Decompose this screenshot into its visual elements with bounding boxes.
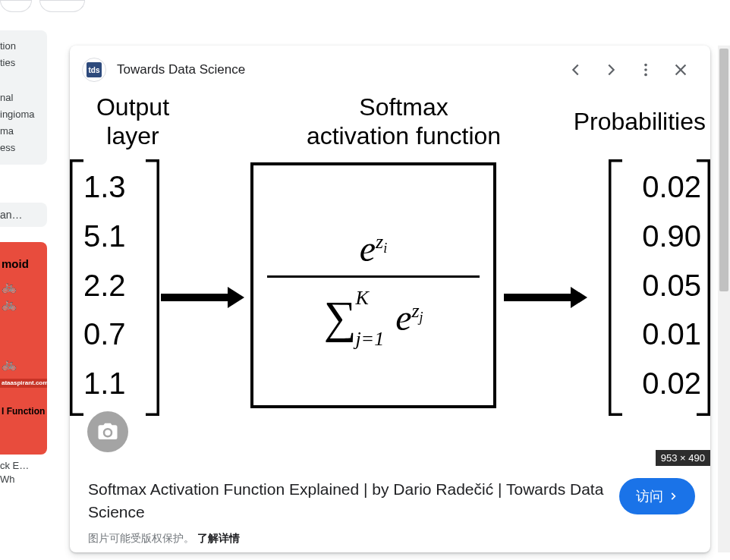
vector-value: 2.2	[83, 261, 126, 310]
svg-point-2	[644, 74, 647, 77]
decorative-icon: 🚲	[2, 357, 46, 371]
text-fragment	[0, 71, 44, 90]
bracket-icon	[70, 159, 83, 416]
vector-value: 0.02	[642, 162, 701, 212]
caption-line: Wh	[0, 473, 47, 486]
svg-point-1	[644, 68, 647, 71]
bracket-icon	[146, 159, 159, 416]
bracket-icon	[609, 159, 622, 416]
image-title[interactable]: Softmax Activation Function Explained | …	[88, 478, 607, 524]
formula-exp: zj	[411, 300, 423, 322]
fraction-bar	[267, 275, 480, 278]
camera-icon	[96, 420, 119, 443]
output-vector: 0.02 0.90 0.05 0.01 0.02	[642, 162, 701, 408]
image-dimensions-badge: 953 × 490	[656, 450, 710, 466]
vector-value: 1.1	[83, 359, 126, 408]
text-fragment: ties	[0, 55, 44, 71]
source-favicon[interactable]: tds	[82, 58, 106, 82]
sigma-icon: ∑ K j=1	[323, 291, 356, 344]
input-vector: 1.3 5.1 2.2 0.7 1.1	[83, 162, 126, 408]
text-fragment: ess	[0, 140, 44, 156]
sum-lower: j=1	[355, 328, 384, 351]
image-result-thumbnail[interactable]: moid 🚲 🚲 ataaspirant.com 🚲 I Function	[0, 242, 47, 455]
svg-marker-6	[571, 287, 587, 308]
formula-e: e	[360, 228, 376, 269]
prev-button[interactable]	[559, 52, 593, 87]
text-fragment: nal	[0, 90, 44, 106]
thumb-title-fragment: moid	[2, 257, 46, 270]
more-options-button[interactable]	[628, 52, 663, 87]
svg-marker-4	[228, 287, 244, 308]
thumb-footer-fragment: I Function	[2, 406, 45, 417]
caption-line: ck E…	[0, 459, 47, 473]
caption-row: Softmax Activation Function Explained | …	[70, 466, 710, 529]
image-detail-panel: tds Towards Data Science Outputlayer Sof…	[70, 46, 710, 552]
learn-more-link[interactable]: 了解详情	[197, 532, 240, 544]
left-sidebar-fragments: tion ties nal ingioma ma ess an… moid 🚲 …	[0, 0, 47, 560]
source-name[interactable]: Towards Data Science	[117, 62, 559, 77]
visit-label: 访问	[636, 487, 663, 505]
thumb-caption: ck E… Wh	[0, 459, 47, 486]
copyright-text: 图片可能受版权保护。	[88, 532, 194, 544]
vector-value: 1.3	[83, 162, 126, 212]
visit-button[interactable]: 访问	[619, 478, 695, 514]
decorative-icon: 🚲	[2, 297, 46, 311]
vector-value: 5.1	[83, 212, 126, 261]
arrow-icon	[504, 287, 587, 311]
decorative-icon: 🚲	[2, 279, 46, 294]
formula-e: e	[395, 297, 411, 338]
vector-value: 0.90	[642, 212, 701, 261]
text-fragment: tion	[0, 38, 44, 55]
label-softmax: Softmaxactivation function	[252, 94, 555, 151]
label-probabilities: Probabilities	[574, 108, 706, 136]
next-button[interactable]	[593, 52, 628, 87]
vector-value: 0.7	[83, 310, 126, 359]
favicon-text: tds	[87, 62, 102, 77]
copyright-notice: 图片可能受版权保护。 了解详情	[70, 529, 710, 549]
thumb-source-fragment: ataaspirant.com	[0, 379, 47, 388]
svg-point-0	[644, 64, 647, 67]
image-stage[interactable]: Outputlayer Softmaxactivation function P…	[70, 94, 710, 466]
chevron-right-icon	[668, 491, 678, 502]
arrow-icon	[161, 287, 244, 311]
label-output-layer: Outputlayer	[76, 94, 190, 151]
google-lens-button[interactable]	[87, 411, 128, 452]
vector-value: 0.05	[642, 261, 701, 310]
close-button[interactable]	[663, 52, 698, 87]
chevron-right-icon	[603, 61, 619, 78]
text-fragment: ma	[0, 123, 44, 140]
panel-header: tds Towards Data Science	[70, 46, 710, 94]
more-vert-icon	[637, 61, 654, 78]
vector-value: 0.01	[642, 310, 701, 359]
related-search-card-partial[interactable]: tion ties nal ingioma ma ess	[0, 30, 47, 165]
close-icon	[672, 61, 689, 78]
formula-box: ezi ∑ K j=1 ezj	[250, 162, 496, 408]
sum-upper: K	[355, 287, 368, 310]
text-fragment: ingioma	[0, 106, 44, 123]
vector-value: 0.02	[642, 359, 701, 408]
chevron-left-icon	[568, 61, 584, 78]
formula-exp: zi	[376, 231, 387, 253]
scrollbar-thumb[interactable]	[719, 49, 728, 291]
text-fragment: an…	[0, 209, 23, 221]
related-search-card-partial[interactable]: an…	[0, 203, 47, 227]
